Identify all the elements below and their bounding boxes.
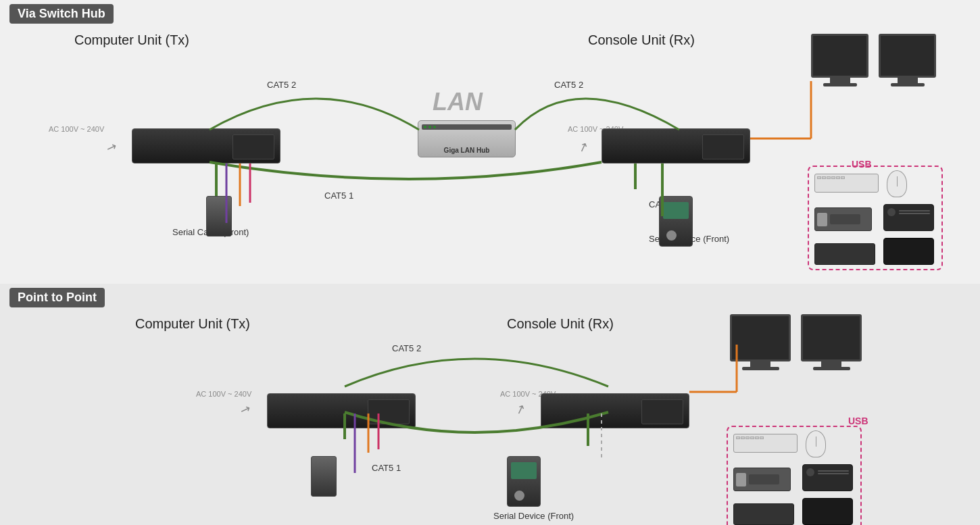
lan-hub-label: Giga LAN Hub: [418, 147, 515, 154]
kvm-tx-unit-bottom: [267, 393, 416, 428]
cat5-1-label-top: CAT5 1: [324, 191, 353, 201]
usb-box-top: [808, 166, 943, 270]
kvm-tx-unit-top: [132, 128, 280, 164]
lan-text: LAN: [433, 88, 483, 116]
tx-unit-title-bottom: Computer Unit (Tx): [135, 316, 250, 332]
via-switch-hub-label: Via Switch Hub: [9, 4, 114, 24]
monitor-1-top: [811, 34, 868, 86]
usb-drive-icon-top: [814, 207, 872, 231]
hdd-icon-top: [883, 204, 934, 231]
keyboard-icon-bottom: [733, 434, 798, 453]
tx-unit-title-top: Computer Unit (Tx): [74, 32, 189, 48]
via-switch-hub-section: Via Switch Hub Computer Unit (Tx) Consol…: [0, 0, 980, 284]
mouse-icon-top: [887, 170, 907, 197]
serial-device-label-bottom: Serial Device (Front): [493, 510, 574, 522]
arrow-left-top: ↗: [105, 139, 120, 156]
usb-label-bottom: USB: [848, 416, 868, 426]
serial-cable-device-top: [206, 196, 232, 236]
arrow-right-top: ↗: [576, 139, 591, 156]
usb-device-3-bottom: [802, 498, 853, 525]
hdd-icon-bottom: [802, 464, 853, 491]
lan-hub: Giga LAN Hub: [418, 120, 516, 157]
usb-drive-icon-bottom: [733, 468, 791, 491]
arrow-left-bottom: ↗: [239, 401, 253, 418]
serial-device-top: [659, 196, 693, 247]
cat5-2-label-right: CAT5 2: [554, 80, 583, 90]
point-to-point-section: Point to Point Computer Unit (Tx) Consol…: [0, 284, 980, 525]
monitor-2-bottom: [801, 314, 862, 370]
keyboard-icon-top: [814, 174, 879, 193]
kvm-rx-unit-top: [602, 128, 750, 164]
usb-device-2-bottom: [733, 503, 794, 525]
kvm-rx-unit-bottom: [541, 393, 689, 428]
cat5-2-label-left: CAT5 2: [267, 80, 296, 90]
point-to-point-label: Point to Point: [9, 288, 105, 307]
rx-unit-title-top: Console Unit (Rx): [588, 32, 695, 48]
cat5-2-label-bottom: CAT5 2: [392, 343, 421, 353]
ac-label-left-bottom: AC 100V ~ 240V: [196, 390, 251, 398]
ac-label-left-top: AC 100V ~ 240V: [49, 125, 104, 133]
mouse-icon-bottom: [806, 430, 826, 457]
monitor-1-bottom: [730, 314, 791, 370]
tower-pc-bottom: [311, 456, 337, 497]
usb-box-bottom: [727, 426, 862, 525]
arrow-right-bottom: ↗: [513, 401, 528, 418]
serial-device-bottom: [507, 456, 541, 507]
cat5-1-label-bottom: CAT5 1: [372, 463, 401, 473]
usb-device-3-top: [883, 238, 934, 265]
rx-unit-title-bottom: Console Unit (Rx): [507, 316, 614, 332]
usb-device-2-top: [814, 243, 875, 265]
monitor-2-top: [879, 34, 936, 86]
